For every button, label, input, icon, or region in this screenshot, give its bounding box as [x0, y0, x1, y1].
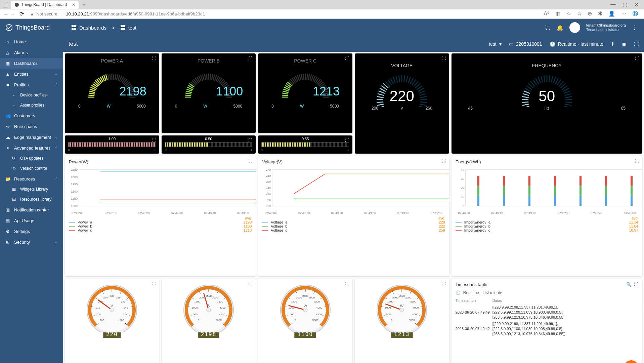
menu-icon[interactable]: ⋯ — [621, 10, 627, 17]
device-id[interactable]: ▭2205310001 — [509, 41, 542, 47]
svg-line-184 — [551, 76, 553, 82]
fullscreen-icon[interactable]: ⛶ — [248, 281, 252, 286]
address-bar[interactable]: ▲ Not secure | 10.10.20.21 :9090/dashboa… — [27, 11, 540, 16]
sidebar-item-rule-chains[interactable]: ⇔Rule chains — [0, 121, 63, 132]
fullscreen-icon[interactable]: ⛶ — [442, 159, 446, 163]
svg-rect-4 — [72, 28, 74, 30]
fullscreen-icon[interactable]: ⛶ — [248, 56, 252, 61]
search-icon[interactable]: 🔍 — [626, 282, 632, 287]
widget-title: POWER C — [258, 53, 352, 64]
read-aloud-icon[interactable]: A⁹ — [544, 10, 549, 17]
bar-value: 0.55 — [258, 135, 352, 141]
fullscreen-icon[interactable]: ⛶ — [345, 56, 349, 61]
fullscreen-icon[interactable]: ⛶ — [152, 138, 156, 143]
refresh-button[interactable]: ⟳ — [19, 11, 24, 17]
sidebar-item-version-control[interactable]: ⟲Version control — [0, 163, 63, 173]
svg-line-48 — [185, 95, 191, 96]
favorite-icon[interactable]: ☆ — [566, 10, 571, 17]
split-screen-icon[interactable]: ▥ — [555, 10, 560, 17]
download-icon[interactable]: ⬇ — [611, 41, 615, 47]
fullscreen-icon[interactable]: ⛶ — [152, 281, 156, 286]
browser-tab[interactable]: ThingsBoard | Dashboard ✕ — [11, 1, 79, 9]
sidebar-item-label: Notification center — [14, 207, 49, 212]
sidebar-item-customers[interactable]: 👥Customers — [0, 110, 63, 121]
svg-text:2500: 2500 — [302, 294, 308, 297]
svg-text:1000: 1000 — [385, 307, 391, 310]
breadcrumb-dashboards[interactable]: Dashboards — [71, 25, 106, 31]
sidebar-item-advanced-features[interactable]: ✦Advanced features⌃ — [0, 143, 63, 153]
kebab-icon[interactable]: ⋮ — [632, 25, 637, 31]
sidebar-item-security[interactable]: ⛨Security⌄ — [0, 237, 63, 247]
sidebar-item-dashboards[interactable]: ▦Dashboards — [0, 58, 63, 69]
fullscreen-icon[interactable]: ⛶ — [635, 56, 639, 61]
close-icon[interactable]: ✕ — [72, 2, 75, 7]
fullscreen-dashboard-icon[interactable]: ⛶ — [634, 41, 639, 47]
back-button[interactable]: ← — [3, 11, 9, 17]
new-tab-button[interactable]: ＋ — [82, 2, 86, 8]
svg-line-138 — [393, 77, 395, 83]
svg-text:1750: 1750 — [71, 183, 78, 186]
fullscreen-icon[interactable]: ⛶ — [442, 281, 446, 286]
fullscreen-icon[interactable]: ⛶ — [545, 25, 551, 31]
fullscreen-icon[interactable]: ⛶ — [345, 281, 349, 286]
widget-frequency: ⛶FREQUENCY5045Hz65 — [452, 53, 642, 154]
fullscreen-icon[interactable]: ⛶ — [152, 56, 156, 61]
window-minimize-icon[interactable]: — — [610, 1, 616, 8]
entity-select[interactable]: test ▾ — [489, 41, 502, 47]
sidebar-item-resources-library[interactable]: ▤Resources library — [0, 194, 63, 204]
window-close-icon[interactable]: ✕ — [634, 1, 639, 8]
svg-line-152 — [420, 94, 426, 95]
sidebar-item-device-profiles[interactable]: ▫Device profiles — [0, 90, 63, 100]
svg-line-86 — [282, 93, 288, 94]
forward-button[interactable]: → — [9, 11, 16, 17]
sidebar-item-widgets-library[interactable]: ▦Widgets Library — [0, 184, 63, 194]
sidebar-item-alarms[interactable]: △Alarms — [0, 47, 63, 58]
col-datas[interactable]: Datas — [492, 298, 502, 302]
svg-text:1500: 1500 — [194, 300, 200, 304]
sidebar-item-label: Settings — [14, 229, 30, 234]
svg-text:W: W — [303, 304, 307, 308]
svg-text:248: 248 — [124, 307, 128, 310]
sidebar-item-notification-center[interactable]: ▥Notification center — [0, 204, 63, 215]
sidebar-item-edge-management[interactable]: ☁Edge management⌄ — [0, 132, 63, 143]
sidebar-item-ota-updates[interactable]: ⟳OTA updates — [0, 153, 63, 163]
fullscreen-icon[interactable]: ⛶ — [345, 138, 349, 143]
app-logo[interactable]: ThingsBoard — [0, 24, 63, 31]
svg-text:200: 200 — [100, 319, 104, 322]
svg-line-131 — [379, 91, 385, 93]
fullscreen-icon[interactable]: ⛶ — [635, 159, 639, 163]
sidebar-item-api-usage[interactable]: ▤Api Usage — [0, 215, 63, 226]
fullscreen-icon[interactable]: ⛶ — [634, 282, 638, 287]
svg-rect-203 — [79, 170, 256, 206]
fullscreen-icon[interactable]: ⛶ — [442, 56, 446, 61]
svg-point-1 — [6, 25, 12, 31]
svg-text:0: 0 — [198, 319, 200, 322]
extensions-icon[interactable]: ✱ — [598, 10, 602, 17]
favorites-bar-icon[interactable]: ✩ — [577, 10, 582, 17]
timewindow[interactable]: 🕘Realtime - last minute — [550, 41, 603, 47]
export-icon[interactable]: ▣ — [622, 41, 627, 47]
bing-icon[interactable]: ⓑ — [633, 10, 638, 17]
sidebar-item-settings[interactable]: ⚙Settings — [0, 226, 63, 237]
fullscreen-icon[interactable]: ⛶ — [248, 159, 252, 163]
widgets-library-icon: ▦ — [11, 187, 16, 192]
svg-line-104 — [308, 74, 309, 80]
col-timestamp[interactable]: Timestamp ↓ — [456, 298, 492, 302]
collections-icon[interactable]: ⊕ — [588, 10, 592, 17]
sidebar-item-profiles[interactable]: ■Profiles⌃ — [0, 79, 63, 90]
sidebar-item-asset-profiles[interactable]: ▫Asset profiles — [0, 100, 63, 110]
svg-rect-242 — [631, 196, 633, 206]
tab-actions-icon[interactable] — [3, 2, 8, 7]
breadcrumb-current[interactable]: test — [120, 25, 136, 31]
avatar[interactable] — [569, 22, 580, 33]
window-maximize-icon[interactable]: ▢ — [622, 1, 628, 8]
sidebar-item-entities[interactable]: ▲Entities⌄ — [0, 69, 63, 79]
svg-point-325 — [303, 308, 307, 312]
profile-icon[interactable]: 👤 — [608, 10, 615, 17]
svg-text:20: 20 — [461, 186, 464, 190]
svg-line-26 — [108, 74, 109, 80]
notifications-icon[interactable]: 🔔 — [557, 25, 563, 31]
sidebar-item-home[interactable]: ⌂Home — [0, 36, 63, 47]
sidebar-item-resources[interactable]: 📁Resources⌃ — [0, 173, 63, 184]
fullscreen-icon[interactable]: ⛶ — [248, 138, 252, 143]
